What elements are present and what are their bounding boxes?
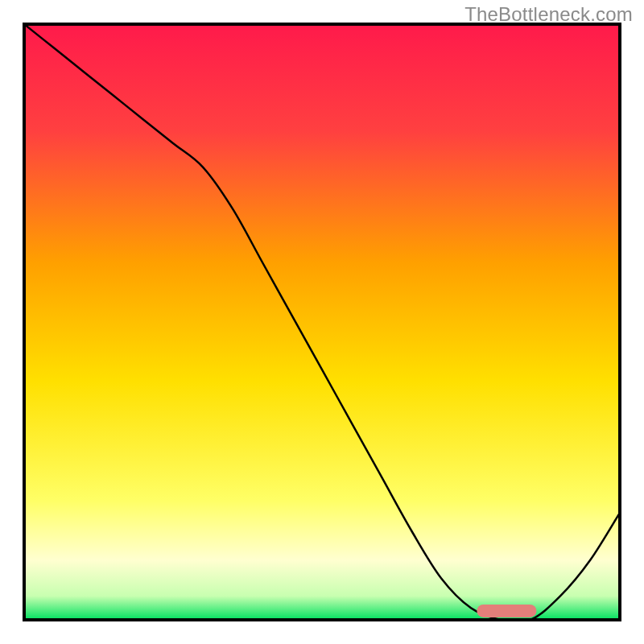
sweet-spot-marker xyxy=(477,605,536,617)
plot-background xyxy=(24,24,620,620)
bottleneck-chart xyxy=(0,0,644,644)
chart-container: TheBottleneck.com xyxy=(0,0,644,644)
